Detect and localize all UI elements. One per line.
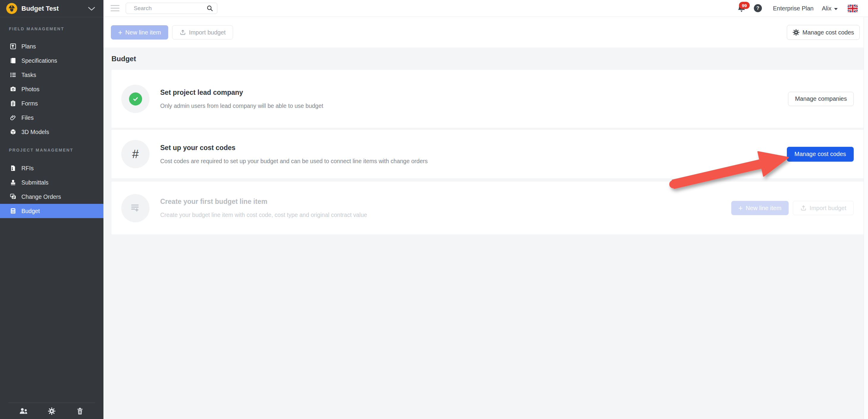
import-budget-button-disabled[interactable]: Import budget: [793, 201, 854, 215]
rfi-document-icon: [10, 165, 17, 171]
sidebar-section-label: FIELD MANAGEMENT: [9, 27, 64, 31]
add-line-item-icon: [129, 202, 142, 214]
tasks-icon: [10, 72, 17, 78]
step-card-lead-company: Set project lead company Only admin user…: [112, 70, 864, 128]
step-description: Create your budget line item with cost c…: [160, 212, 367, 218]
manage-cost-codes-button[interactable]: Manage cost codes: [787, 25, 860, 40]
sidebar-item-label: Change Orders: [22, 193, 61, 200]
sidebar-item-budget[interactable]: Budget: [0, 204, 103, 218]
sidebar-item-label: Photos: [22, 86, 39, 93]
sidebar-item-label: RFIs: [22, 165, 34, 172]
sidebar-item-3d-models[interactable]: 3D Models: [0, 125, 103, 139]
sidebar-item-rfis[interactable]: RFIs: [0, 161, 103, 175]
plan-label[interactable]: Enterprise Plan: [773, 0, 814, 17]
upload-icon: [800, 205, 807, 211]
scrollbar[interactable]: [864, 17, 868, 419]
camera-icon: [10, 86, 17, 92]
manage-cost-codes-label: Manage cost codes: [803, 29, 854, 36]
step-status-avatar: [121, 194, 150, 222]
manage-companies-button[interactable]: Manage companies: [788, 92, 854, 106]
fieldwire-logo: [6, 3, 18, 14]
user-menu[interactable]: Alix: [822, 0, 838, 17]
calculator-icon: [10, 208, 17, 214]
project-name: Budget Test: [22, 5, 59, 12]
sidebar-item-files[interactable]: Files: [0, 110, 103, 125]
import-budget-label: Import budget: [189, 29, 226, 36]
import-budget-label: Import budget: [810, 205, 846, 212]
step-description: Only admin users from lead company will …: [160, 102, 323, 109]
menu-icon[interactable]: [111, 5, 120, 13]
gear-icon: [793, 29, 800, 36]
notifications-button[interactable]: 99: [737, 4, 746, 13]
sidebar-footer: [8, 402, 95, 419]
step-title: Set project lead company: [160, 89, 323, 97]
hash-icon: #: [132, 148, 138, 161]
sidebar-item-label: Forms: [22, 100, 38, 107]
topbar: 99 ? Enterprise Plan Alix: [103, 0, 868, 17]
caret-down-icon: [834, 8, 838, 10]
plans-icon: [10, 43, 17, 50]
search-input[interactable]: [126, 3, 217, 14]
language-flag-button[interactable]: [848, 5, 858, 12]
cube-icon: [10, 129, 17, 135]
people-icon[interactable]: [19, 407, 28, 415]
new-line-item-label: New line item: [746, 205, 781, 212]
upload-icon: [180, 29, 186, 36]
plus-icon: +: [118, 29, 122, 36]
search-icon[interactable]: [206, 5, 213, 12]
new-line-item-button-disabled[interactable]: + New line item: [731, 201, 788, 215]
search-box: [126, 3, 217, 14]
help-button[interactable]: ?: [754, 4, 762, 12]
new-line-item-button[interactable]: + New line item: [111, 25, 168, 39]
notification-badge: 99: [739, 2, 750, 9]
check-circle-icon: [129, 92, 142, 105]
budget-toolbar: + New line item Import budget Manage cos…: [103, 17, 868, 47]
sidebar-item-label: Plans: [22, 43, 36, 50]
sidebar-item-label: Files: [22, 115, 34, 121]
clipboard-icon: [10, 100, 17, 107]
sidebar-item-label: 3D Models: [22, 129, 49, 135]
paperclip-icon: [10, 115, 17, 121]
sidebar-item-photos[interactable]: Photos: [0, 82, 103, 96]
sidebar-item-forms[interactable]: Forms: [0, 96, 103, 110]
help-label: ?: [756, 6, 760, 11]
chevron-down-icon: [88, 7, 95, 11]
sidebar-item-change-orders[interactable]: Change Orders: [0, 190, 103, 204]
step-card-first-line-item: Create your first budget line item Creat…: [112, 182, 864, 234]
step-status-avatar: [121, 85, 150, 113]
page-title: Budget: [112, 55, 136, 63]
project-selector[interactable]: Budget Test: [0, 0, 103, 17]
plus-icon: +: [738, 204, 743, 212]
trash-icon[interactable]: [75, 407, 85, 415]
step-title: Set up your cost codes: [160, 144, 428, 152]
gear-icon[interactable]: [47, 407, 56, 415]
step-card-cost-codes: # Set up your cost codes Cost codes are …: [112, 130, 864, 178]
change-orders-icon: [10, 193, 17, 200]
sidebar-item-plans[interactable]: Plans: [0, 39, 103, 54]
step-title: Create your first budget line item: [160, 198, 367, 206]
sidebar-item-label: Submittals: [22, 179, 49, 186]
specifications-icon: [10, 57, 17, 64]
manage-cost-codes-primary-button[interactable]: Manage cost codes: [787, 147, 854, 162]
sidebar-item-label: Tasks: [22, 72, 36, 78]
sidebar-item-label: Budget: [22, 208, 40, 215]
new-line-item-label: New line item: [125, 29, 161, 36]
sidebar-item-submittals[interactable]: Submittals: [0, 175, 103, 190]
stamp-icon: [10, 179, 17, 186]
sidebar-item-label: Specifications: [22, 57, 57, 64]
user-name: Alix: [822, 5, 831, 12]
step-description: Cost codes are required to set up your b…: [160, 158, 428, 165]
budget-setup-page: Budget Set project lead company Only adm…: [103, 47, 868, 419]
sidebar-item-tasks[interactable]: Tasks: [0, 68, 103, 82]
sidebar-item-specifications[interactable]: Specifications: [0, 54, 103, 68]
import-budget-button[interactable]: Import budget: [172, 25, 233, 39]
step-status-avatar: #: [121, 140, 150, 168]
sidebar: Budget Test FIELD MANAGEMENT Plans Speci…: [0, 0, 103, 419]
sidebar-section-label: PROJECT MANAGEMENT: [9, 148, 73, 153]
uk-flag-icon: [848, 5, 858, 12]
